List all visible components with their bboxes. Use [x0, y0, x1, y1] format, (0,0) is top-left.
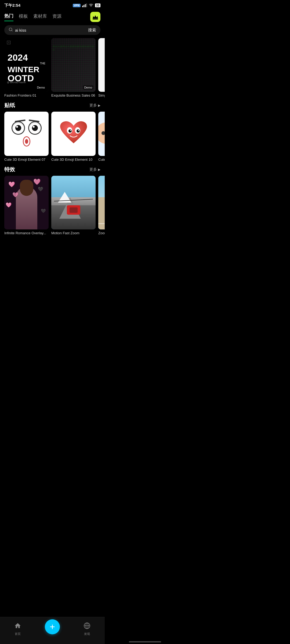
effect-card-2[interactable]: Motion Fast Zoom: [51, 176, 96, 235]
card-thumb-3: WWW.FILM...: [98, 38, 105, 92]
top-nav: 热门 模板 素材库 资源: [0, 10, 105, 22]
stickers-more-link[interactable]: 更多 ▶: [89, 103, 100, 108]
search-button[interactable]: 搜索: [88, 28, 96, 33]
svg-point-14: [70, 130, 71, 131]
card-thumb-2: 商业大厦商业大厦建筑建筑建筑城市城市 Demo: [51, 38, 96, 92]
effect-thumb-3: [98, 176, 105, 229]
content-area: S 2024 THE WINTER OOTD @ BRAND Name Demo…: [0, 38, 105, 257]
effects-more-arrow: ▶: [98, 168, 100, 171]
card-label-1: Fashion Frontiers 01: [4, 93, 49, 97]
svg-point-12: [68, 129, 72, 133]
battery-indicator: 33: [95, 3, 100, 7]
svg-rect-2: [85, 4, 86, 7]
svg-rect-0: [82, 6, 83, 7]
sticker-thumb-1: [4, 112, 49, 156]
sticker-card-2[interactable]: Cute 3D Emoji Element 10: [51, 112, 96, 162]
crown-button[interactable]: [90, 12, 100, 22]
template-cards-row: S 2024 THE WINTER OOTD @ BRAND Name Demo…: [0, 38, 105, 97]
search-input[interactable]: [15, 28, 86, 32]
sticker-thumb-3: [98, 112, 105, 156]
effect-label-3: Zoom Bounce: [98, 231, 105, 235]
sticker-card-3[interactable]: Cute 3D Emoji: [98, 112, 105, 162]
tab-hot[interactable]: 热门: [4, 13, 13, 21]
sticker-card-1[interactable]: Cute 3D Emoji Element 07: [4, 112, 49, 162]
tab-assets[interactable]: 素材库: [33, 13, 47, 21]
template-card-2[interactable]: 商业大厦商业大厦建筑建筑建筑城市城市 Demo Exquisite Busine…: [51, 38, 96, 97]
sticker-label-2: Cute 3D Emoji Element 10: [51, 158, 96, 162]
signal-icon: [82, 3, 87, 7]
sticker-cards-row: Cute 3D Emoji Element 07: [0, 112, 105, 162]
card-label-3: Simple Outro 0: [98, 93, 105, 97]
tab-resources[interactable]: 资源: [52, 13, 61, 21]
nav-tabs: 热门 模板 素材库 资源: [4, 13, 61, 21]
svg-rect-1: [84, 5, 84, 7]
template-card-3[interactable]: WWW.FILM... Simple Outro 0: [98, 38, 105, 97]
tab-template[interactable]: 模板: [19, 13, 28, 21]
wifi-icon: [89, 3, 93, 7]
stickers-more-label: 更多: [89, 103, 97, 108]
effects-more-link[interactable]: 更多 ▶: [89, 167, 100, 172]
card-label-2: Exquisite Business Sales 06: [51, 93, 96, 97]
template-card-1[interactable]: S 2024 THE WINTER OOTD @ BRAND Name Demo…: [4, 38, 49, 97]
svg-line-6: [12, 30, 12, 31]
effect-card-3[interactable]: Zoom Bounce: [98, 176, 105, 235]
crown-icon: [92, 14, 99, 20]
search-icon: [9, 27, 13, 33]
stickers-title: 贴纸: [4, 102, 15, 109]
search-bar: 搜索: [4, 25, 100, 35]
svg-point-13: [77, 129, 80, 133]
effects-more-label: 更多: [89, 167, 97, 172]
status-time: 下午2:54: [4, 3, 20, 8]
svg-rect-3: [86, 3, 87, 7]
stickers-more-arrow: ▶: [98, 104, 100, 107]
effects-title: 特效: [4, 166, 15, 173]
vpn-badge: VPN: [73, 4, 81, 7]
status-icons: VPN 33: [73, 3, 100, 7]
effect-label-1: Infinite Romance Overlay...: [4, 231, 49, 235]
sticker-label-3: Cute 3D Emoji: [98, 158, 105, 162]
effects-section-header: 特效 更多 ▶: [0, 162, 105, 176]
effect-card-1[interactable]: 🩷 🖤 🩷 🩶 🩷 🖤 🩷 Infinite Romance Overlay..…: [4, 176, 49, 235]
effect-thumb-1: 🩷 🖤 🩷 🩶 🩷 🖤 🩷: [4, 176, 49, 229]
demo-badge-1: Demo: [35, 85, 46, 90]
stickers-section-header: 贴纸 更多 ▶: [0, 97, 105, 112]
effect-cards-row: 🩷 🖤 🩷 🩶 🩷 🖤 🩷 Infinite Romance Overlay..…: [0, 176, 105, 235]
svg-rect-4: [93, 19, 98, 20]
effect-thumb-2: [51, 176, 96, 229]
card-thumb-1: S 2024 THE WINTER OOTD @ BRAND Name Demo: [4, 38, 49, 92]
status-bar: 下午2:54 VPN 33: [0, 0, 105, 10]
effect-label-2: Motion Fast Zoom: [51, 231, 96, 235]
svg-point-15: [78, 130, 79, 131]
sticker-label-1: Cute 3D Emoji Element 07: [4, 158, 49, 162]
sticker-thumb-2: [51, 112, 96, 156]
